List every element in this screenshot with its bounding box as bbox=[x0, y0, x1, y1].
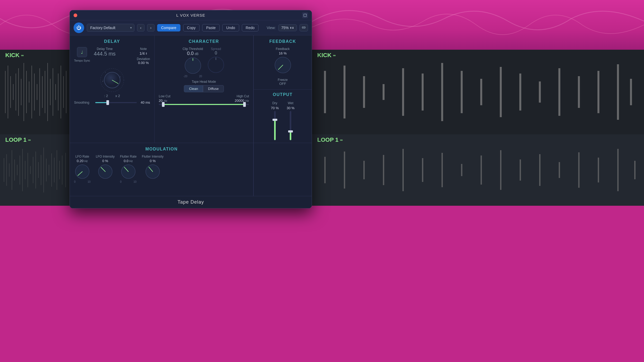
paste-button[interactable]: Paste bbox=[202, 24, 220, 31]
expand-icon bbox=[303, 14, 307, 17]
lfo-rate-unit: Hz bbox=[84, 159, 88, 163]
delay-section: DELAY ♩ Tempo Sync Delay Time 444.5 ms N… bbox=[70, 35, 155, 143]
tempo-sync-button[interactable]: ♩ bbox=[77, 47, 87, 57]
flutter-intensity-group: Flutter Intensity 0 % bbox=[142, 155, 164, 183]
feedback-knob[interactable] bbox=[274, 56, 292, 74]
high-cut-label: High Cut bbox=[237, 94, 249, 98]
top-sections: DELAY ♩ Tempo Sync Delay Time 444.5 ms N… bbox=[70, 35, 312, 143]
spread-value: 0 bbox=[215, 51, 217, 56]
svg-text:♩: ♩ bbox=[105, 71, 106, 73]
power-button[interactable]: ⏻ bbox=[74, 22, 84, 33]
flutter-intensity-knob[interactable] bbox=[144, 163, 161, 180]
delay-knob-area: ♩ ♪ ♩ • bbox=[74, 67, 150, 98]
svg-rect-164 bbox=[304, 14, 306, 17]
feedback-section-title: FEEDBACK bbox=[269, 39, 296, 44]
lfo-rate-scale-0: 0 bbox=[74, 180, 76, 183]
clip-threshold-knob[interactable] bbox=[184, 56, 202, 75]
spread-group: Spread 0 bbox=[207, 47, 225, 78]
modulation-section: MODULATION LFO Rate 0.20 Hz bbox=[70, 143, 253, 196]
tape-btn-diffuse[interactable]: Diffuse bbox=[203, 85, 224, 92]
wet-slider[interactable] bbox=[290, 111, 291, 140]
delay-divide-value: : 2 bbox=[104, 94, 108, 98]
lfo-rate-value: 0.20 bbox=[77, 159, 83, 163]
tempo-sync-group: ♩ Tempo Sync bbox=[74, 47, 90, 62]
flutter-rate-scale-10: 10 bbox=[134, 180, 137, 183]
note-arrow-icon: ⇕ bbox=[145, 52, 147, 55]
modulation-section-title: MODULATION bbox=[74, 147, 249, 152]
flutter-rate-group: Flutter Rate 0.0 Hz bbox=[120, 155, 137, 183]
dry-value: 70 % bbox=[271, 106, 279, 110]
chevron-updown-icon: ⬆⬇ bbox=[290, 26, 294, 29]
delay-multiply-value: x 2 bbox=[115, 94, 120, 98]
svg-text:♩: ♩ bbox=[102, 79, 103, 82]
low-cut-label: Low Cut bbox=[159, 94, 170, 98]
undo-button[interactable]: Undo bbox=[222, 24, 239, 31]
title-bar: L VOX VERSE bbox=[70, 10, 312, 20]
filter-slider[interactable] bbox=[159, 104, 249, 105]
low-cut-unit: Hz bbox=[164, 99, 167, 102]
tape-btn-clean[interactable]: Clean bbox=[184, 85, 203, 92]
copy-button[interactable]: Copy bbox=[183, 24, 200, 31]
nav-forward-button[interactable]: › bbox=[147, 24, 155, 31]
compare-button[interactable]: Compare bbox=[157, 24, 180, 31]
window-expand-button[interactable] bbox=[302, 12, 308, 18]
lfo-rate-knob[interactable] bbox=[74, 163, 90, 180]
clip-scale-left: -20 bbox=[184, 75, 187, 78]
clip-threshold-unit: dB bbox=[195, 52, 199, 56]
high-cut-group: High Cut 20000 Hz bbox=[235, 94, 249, 103]
redo-button[interactable]: Redo bbox=[242, 24, 258, 31]
title-bar-title: L VOX VERSE bbox=[176, 13, 205, 17]
lfo-rate-group: LFO Rate 0.20 Hz bbox=[74, 155, 90, 183]
delay-time-value: 444.5 ms bbox=[94, 51, 116, 57]
wet-label: Wet bbox=[288, 101, 293, 105]
clip-threshold-group: Clip Threshold 0.0 dB bbox=[183, 47, 203, 78]
low-cut-group: Low Cut 20 Hz bbox=[159, 94, 170, 103]
delay-time-label: Delay Time bbox=[97, 47, 113, 51]
lfo-rate-scale-10: 10 bbox=[88, 180, 90, 183]
deviation-value: 0.00 % bbox=[138, 61, 149, 65]
plugin-window: L VOX VERSE ⏻ Factory Default ▾ ‹ › Comp… bbox=[70, 10, 312, 208]
flutter-intensity-label: Flutter Intensity bbox=[142, 155, 164, 158]
view-percent-control[interactable]: 75% ⬆⬇ bbox=[278, 24, 297, 31]
feedback-section: FEEDBACK Feedback 16 % bbox=[254, 35, 312, 90]
tape-head-mode-label: Tape Head Mode bbox=[159, 80, 249, 84]
plugin-content: DELAY ♩ Tempo Sync Delay Time 444.5 ms N… bbox=[70, 35, 312, 196]
note-value[interactable]: 1/4 ⇕ bbox=[139, 51, 147, 56]
flutter-rate-scale-0: 0 bbox=[120, 180, 122, 183]
feedback-content: Feedback 16 % bbox=[274, 47, 292, 86]
output-section-title: OUTPUT bbox=[273, 92, 293, 97]
delay-main-knob[interactable]: ♩ ♪ ♩ • bbox=[99, 67, 125, 93]
flutter-rate-value: 0.0 bbox=[124, 159, 128, 163]
tape-head-section: Tape Head Mode Clean Diffuse bbox=[159, 80, 249, 92]
view-label: View: bbox=[267, 26, 276, 30]
feedback-knob-group: Feedback 16 % bbox=[274, 47, 292, 74]
clip-threshold-label: Clip Threshold bbox=[183, 47, 203, 51]
lfo-intensity-knob[interactable] bbox=[97, 163, 114, 180]
flutter-rate-unit: Hz bbox=[129, 159, 133, 163]
link-button[interactable] bbox=[300, 24, 308, 31]
smoothing-slider[interactable] bbox=[95, 102, 137, 103]
right-panel: FEEDBACK Feedback 16 % bbox=[253, 35, 312, 143]
dry-slider[interactable] bbox=[274, 111, 276, 140]
note-group: Note 1/4 ⇕ Deviation 0.00 % bbox=[137, 47, 150, 65]
toolbar: ⏻ Factory Default ▾ ‹ › Compare Copy Pas… bbox=[70, 20, 312, 35]
note-label: Note bbox=[140, 47, 147, 51]
wet-slider-group: Wet 30 % bbox=[287, 101, 295, 140]
high-cut-value: 20000 bbox=[235, 99, 244, 103]
lfo-intensity-label: LFO Intensity bbox=[96, 155, 115, 158]
window-close-button[interactable] bbox=[74, 13, 77, 17]
bottom-sections: MODULATION LFO Rate 0.20 Hz bbox=[70, 143, 312, 196]
spread-label: Spread bbox=[211, 47, 221, 51]
link-icon bbox=[302, 26, 306, 30]
nav-back-button[interactable]: ‹ bbox=[137, 24, 144, 31]
output-section: OUTPUT Dry 70 % We bbox=[254, 90, 312, 143]
smoothing-row: Smoothing 40 ms bbox=[74, 100, 150, 104]
spread-knob[interactable] bbox=[207, 56, 225, 74]
flutter-rate-knob[interactable] bbox=[120, 163, 137, 180]
smoothing-label: Smoothing bbox=[74, 101, 93, 104]
freeze-value: OFF bbox=[279, 82, 286, 86]
filter-labels: Low Cut 20 Hz High Cut 20000 Hz bbox=[159, 94, 249, 103]
preset-dropdown[interactable]: Factory Default bbox=[87, 24, 134, 32]
plugin-footer-title: Tape Delay bbox=[178, 199, 204, 205]
flutter-intensity-value: 0 % bbox=[150, 159, 156, 163]
